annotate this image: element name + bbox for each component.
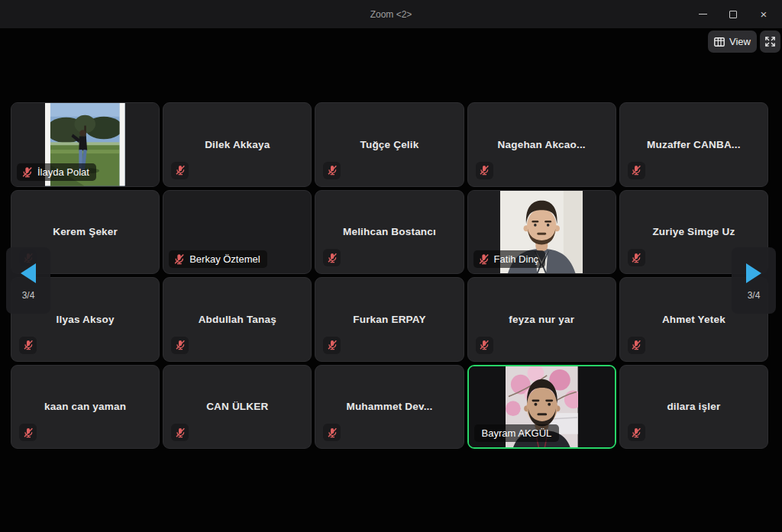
mic-muted-badge: [19, 337, 37, 354]
participant-tile[interactable]: dilara işler: [619, 365, 768, 450]
mic-muted-icon: [22, 427, 34, 439]
page-indicator: 3/4: [748, 290, 761, 301]
meeting-canvas: View: [0, 28, 782, 532]
name-label: Bayram AKGÜL: [474, 424, 560, 442]
participant-tile[interactable]: Muhammet Dev...: [315, 365, 464, 450]
window-title: Zoom <2>: [0, 0, 782, 28]
mic-muted-icon: [326, 339, 338, 351]
mic-muted-icon: [478, 164, 490, 176]
participant-tile-active-speaker[interactable]: Bayram AKGÜL: [467, 365, 616, 450]
mic-muted-icon: [630, 427, 642, 439]
participant-name: Bayram AKGÜL: [482, 427, 552, 439]
participant-name: İlayda Polat: [37, 166, 89, 178]
mic-muted-icon: [630, 339, 642, 351]
participant-tile[interactable]: Tuğçe Çelik: [315, 102, 464, 187]
maximize-icon: [729, 11, 737, 18]
participant-tile[interactable]: kaan can yaman: [11, 365, 160, 450]
participant-tile[interactable]: feyza nur yar: [467, 277, 616, 362]
mic-muted-icon: [21, 166, 34, 179]
participant-name: Berkay Öztemel: [189, 253, 260, 265]
window-controls: ×: [687, 0, 779, 28]
mic-muted-badge: [323, 337, 341, 354]
triangle-right-icon: [746, 263, 761, 283]
next-page-button[interactable]: 3/4: [732, 247, 776, 314]
mic-muted-icon: [174, 427, 186, 439]
participant-grid: İlayda Polat Dilek Akkaya Tuğçe Çelik Na…: [11, 102, 768, 449]
participant-tile[interactable]: Abdullah Tanaş: [163, 277, 312, 362]
window-titlebar: Zoom <2> ×: [0, 0, 782, 28]
participant-tile[interactable]: Fatih Dinç: [467, 190, 616, 275]
mic-muted-badge: [323, 249, 341, 266]
mic-muted-badge: [628, 249, 645, 266]
close-icon: ×: [761, 8, 767, 21]
minimize-icon: [699, 14, 707, 15]
participant-tile[interactable]: Melihcan Bostancı: [315, 190, 464, 275]
mic-muted-icon: [326, 252, 338, 264]
mic-muted-icon: [326, 164, 338, 176]
grid-icon: [714, 37, 725, 47]
name-label: İlayda Polat: [17, 163, 96, 181]
triangle-left-icon: [21, 263, 36, 283]
mic-muted-badge: [476, 162, 493, 179]
participant-tile[interactable]: İlayda Polat: [11, 102, 160, 187]
name-label: Fatih Dinç: [473, 250, 546, 268]
mic-muted-icon: [22, 339, 34, 351]
participant-tile[interactable]: CAN ÜLKER: [163, 365, 312, 450]
participant-tile[interactable]: Berkay Öztemel: [163, 190, 312, 275]
participant-name: Fatih Dinç: [494, 253, 539, 265]
mic-muted-badge: [628, 162, 645, 179]
participant-tile[interactable]: Nagehan Akcao...: [467, 102, 616, 187]
maximize-button[interactable]: [718, 0, 748, 28]
zoom-window: Zoom <2> × View: [0, 0, 782, 532]
mic-muted-icon: [478, 339, 490, 351]
mic-muted-badge: [171, 337, 189, 354]
close-button[interactable]: ×: [748, 0, 779, 28]
mic-muted-icon: [174, 339, 186, 351]
view-button-label: View: [729, 36, 751, 47]
mic-muted-badge: [323, 424, 341, 441]
mic-muted-badge: [628, 337, 645, 354]
participant-tile[interactable]: Dilek Akkaya: [163, 102, 312, 187]
page-indicator: 3/4: [22, 290, 35, 301]
mic-muted-badge: [19, 424, 37, 441]
previous-page-button[interactable]: 3/4: [6, 247, 50, 314]
expand-arrows-icon: [764, 36, 776, 47]
mic-muted-icon: [477, 253, 490, 266]
mic-muted-badge: [476, 337, 493, 354]
minimize-button[interactable]: [687, 0, 718, 28]
mic-muted-icon: [630, 164, 642, 176]
mic-muted-badge: [171, 424, 189, 441]
fullscreen-button[interactable]: [760, 31, 780, 53]
mic-muted-icon: [174, 164, 186, 176]
mic-muted-badge: [628, 424, 645, 441]
mic-muted-icon: [173, 253, 186, 266]
mic-muted-badge: [323, 162, 341, 179]
participant-tile[interactable]: Furkan ERPAY: [315, 277, 464, 362]
mic-muted-icon: [326, 427, 338, 439]
mic-muted-icon: [630, 252, 642, 264]
mic-muted-badge: [171, 162, 189, 179]
view-button[interactable]: View: [708, 31, 757, 53]
participant-tile[interactable]: Muzaffer CANBA...: [619, 102, 768, 187]
name-label: Berkay Öztemel: [169, 250, 267, 268]
